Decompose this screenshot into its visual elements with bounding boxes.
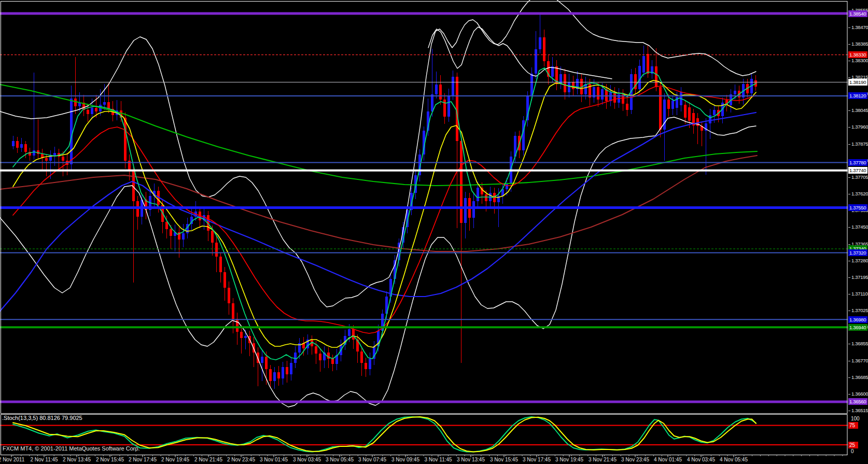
time-tick-label: 4 Nov 05:45 bbox=[720, 457, 748, 462]
time-tick-label: 3 Nov 07:45 bbox=[358, 457, 386, 462]
time-tick-label: 3 Nov 13:45 bbox=[457, 457, 485, 462]
price-tick-label: 1.38045 bbox=[851, 107, 868, 113]
price-tick bbox=[848, 344, 850, 344]
price-tick-label: 1.37110 bbox=[851, 291, 868, 297]
price-tick bbox=[848, 294, 850, 294]
price-badge: 1.38120 bbox=[848, 92, 867, 99]
price-tick bbox=[848, 61, 850, 61]
price-chart-canvas[interactable] bbox=[0, 0, 848, 414]
stoch-scale-label: 0 bbox=[851, 448, 854, 454]
price-tick-label: 1.36855 bbox=[851, 341, 868, 346]
bollinger-upper bbox=[0, 0, 756, 307]
time-tick-label: 3 Nov 15:45 bbox=[490, 457, 518, 462]
price-badge: 1.38190 bbox=[848, 79, 867, 86]
price-badge: 1.37740 bbox=[848, 167, 867, 174]
price-tick bbox=[848, 361, 850, 361]
price-tick-label: 1.37620 bbox=[851, 191, 868, 196]
copyright-text: FXCM MT4, © 2001-2011 MetaQuotes Softwar… bbox=[3, 445, 140, 452]
ma-blue bbox=[0, 113, 756, 311]
price-axis[interactable]: 1.385551.384701.383851.383001.382151.381… bbox=[848, 0, 868, 455]
stoch-level-badge: 25 bbox=[848, 442, 858, 448]
price-tick-label: 1.36685 bbox=[851, 374, 868, 380]
price-badge: 1.36980 bbox=[848, 316, 867, 323]
time-tick-label: 3 Nov 03:45 bbox=[293, 457, 321, 462]
stoch-scale-label: 100 bbox=[851, 416, 860, 421]
time-tick-label: 3 Nov 01:45 bbox=[260, 457, 288, 462]
price-tick bbox=[848, 411, 850, 411]
price-tick bbox=[848, 394, 850, 395]
time-tick-label: 3 Nov 23:45 bbox=[621, 457, 649, 462]
price-tick-label: 1.37705 bbox=[851, 174, 868, 180]
time-tick-label: 3 Nov 19:45 bbox=[555, 457, 583, 462]
price-tick-label: 1.38385 bbox=[851, 41, 868, 47]
price-tick bbox=[848, 44, 850, 45]
bollinger-lower bbox=[0, 117, 756, 407]
price-tick-label: 1.37025 bbox=[851, 307, 868, 313]
time-tick-label: 3 Nov 21:45 bbox=[589, 457, 617, 462]
price-tick-label: 1.37450 bbox=[851, 224, 868, 230]
price-tick bbox=[848, 177, 850, 178]
price-tick bbox=[848, 77, 850, 78]
indicator-label: .Stoch(13,3,5) 80.8126 79.9025 bbox=[2, 415, 82, 421]
price-tick bbox=[848, 311, 850, 311]
time-tick-label: 3 Nov 09:45 bbox=[391, 457, 419, 462]
price-tick bbox=[848, 27, 850, 28]
ma-lime bbox=[13, 68, 756, 360]
time-tick-label: 2 Nov 21:45 bbox=[194, 457, 222, 462]
time-tick-label: 4 Nov 01:45 bbox=[654, 457, 682, 462]
price-badge: 1.37550 bbox=[848, 204, 867, 211]
price-badge: 1.37780 bbox=[848, 159, 867, 166]
time-axis[interactable]: 2 Nov 20112 Nov 11:452 Nov 13:452 Nov 15… bbox=[0, 455, 868, 464]
price-tick bbox=[848, 227, 850, 228]
price-tick-label: 1.37960 bbox=[851, 124, 868, 130]
stoch-level-badge: 75 bbox=[848, 422, 858, 429]
price-tick-label: 1.37280 bbox=[851, 258, 868, 263]
time-tick-label: 2 Nov 2011 bbox=[0, 457, 24, 462]
time-tick-label: 2 Nov 19:45 bbox=[161, 457, 189, 462]
bollinger-inner-upper bbox=[428, 27, 612, 79]
price-tick-label: 1.38470 bbox=[851, 24, 868, 30]
time-tick-label: 3 Nov 17:45 bbox=[523, 457, 551, 462]
price-badge: 1.38330 bbox=[848, 51, 867, 58]
time-tick-label: 3 Nov 05:45 bbox=[326, 457, 354, 462]
time-tick-label: 2 Nov 23:45 bbox=[227, 457, 255, 462]
price-tick-label: 1.36515 bbox=[851, 407, 868, 413]
price-badge: 1.38540 bbox=[848, 10, 867, 17]
time-tick-label: 2 Nov 13:45 bbox=[63, 457, 91, 462]
price-tick bbox=[848, 377, 850, 378]
price-tick bbox=[848, 127, 850, 128]
time-tick-label: 2 Nov 11:45 bbox=[30, 457, 58, 462]
price-tick bbox=[848, 261, 850, 261]
price-badge: 1.36560 bbox=[848, 398, 867, 405]
price-badge: 1.37320 bbox=[848, 249, 867, 256]
time-tick-label: 2 Nov 15:45 bbox=[96, 457, 124, 462]
time-tick-label: 4 Nov 03:45 bbox=[687, 457, 715, 462]
price-badge: 1.36940 bbox=[848, 324, 867, 331]
time-tick-label: 2 Nov 17:45 bbox=[129, 457, 157, 462]
price-tick bbox=[848, 277, 850, 278]
price-tick-label: 1.37875 bbox=[851, 141, 868, 147]
time-tick-label: 3 Nov 11:45 bbox=[424, 457, 452, 462]
price-tick-label: 1.36600 bbox=[851, 391, 868, 397]
price-tick bbox=[848, 144, 850, 145]
mt4-chart-window: 1.385551.384701.383851.383001.382151.381… bbox=[0, 0, 868, 464]
price-tick-label: 1.37195 bbox=[851, 274, 868, 280]
price-tick-label: 1.38300 bbox=[851, 58, 868, 63]
price-tick bbox=[848, 194, 850, 194]
price-tick-label: 1.36770 bbox=[851, 358, 868, 363]
price-tick bbox=[848, 110, 850, 111]
price-tick bbox=[848, 244, 850, 245]
